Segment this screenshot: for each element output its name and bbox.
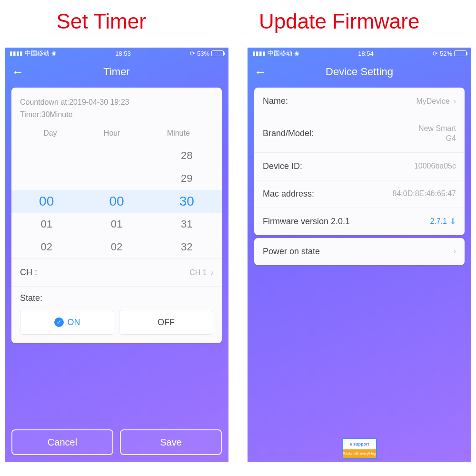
deviceid-value: 10006ba05c <box>414 162 456 170</box>
picker-col-hour[interactable]: 00 01 02 <box>81 144 151 258</box>
page-titles: Set Timer Update Firmware <box>0 0 476 48</box>
picker-header: Day Hour Minute <box>20 120 213 140</box>
wifi-icon: ◉ <box>294 50 299 57</box>
battery-pct: 53% <box>197 50 209 57</box>
brand-row: Brand/Model: New Smart G4 <box>254 115 465 152</box>
status-time: 18:54 <box>358 50 374 57</box>
picker-label-hour: Hour <box>104 129 120 138</box>
rotation-lock-icon: ⟳ <box>433 50 438 57</box>
picker-col-minute[interactable]: 28 29 30 31 32 <box>152 144 222 258</box>
battery-icon <box>454 50 466 56</box>
chevron-right-icon: › <box>454 97 456 106</box>
status-time: 18:53 <box>115 50 131 57</box>
name-row[interactable]: Name: MyDevice › <box>254 88 465 115</box>
timer-text: Timer:30Minute <box>20 109 213 121</box>
minute-selected: 30 <box>179 190 194 213</box>
deviceid-row: Device ID: 10006ba05c <box>254 152 465 180</box>
mac-label: Mac address: <box>263 189 314 199</box>
channel-label: CH : <box>20 268 37 278</box>
power-on-state-row[interactable]: Power on state › <box>254 238 465 265</box>
brand-label: Brand/Model: <box>263 129 314 139</box>
badge-top: e support <box>343 439 376 449</box>
phone-timer: ▮▮▮▮ 中国移动 ◉ 18:53 ⟳ 53% ← Timer Countdow… <box>5 48 228 462</box>
nav-bar: ← Timer <box>5 59 228 85</box>
title-right: Update Firmware <box>259 10 419 33</box>
channel-value: CH 1 <box>189 268 207 277</box>
rotation-lock-icon: ⟳ <box>190 50 195 57</box>
battery-icon <box>211 50 224 56</box>
state-label: State: <box>20 293 213 303</box>
nav-title: Device Setting <box>326 66 393 78</box>
firmware-row[interactable]: Firmware version 2.0.1 2.7.1 ⇩ <box>254 208 465 235</box>
power-label: Power on state <box>263 247 320 257</box>
wifi-icon: ◉ <box>51 50 56 57</box>
signal-icon: ▮▮▮▮ <box>252 50 266 57</box>
chevron-right-icon: › <box>211 268 213 277</box>
status-bar: ▮▮▮▮ 中国移动 ◉ 18:54 ⟳ 52% <box>248 48 471 59</box>
time-picker[interactable]: 00 01 02 00 01 02 28 29 30 31 32 <box>11 144 222 258</box>
state-on-button[interactable]: ✓ ON <box>20 310 114 335</box>
day-selected: 00 <box>39 190 54 213</box>
name-label: Name: <box>263 96 288 106</box>
back-button[interactable]: ← <box>11 65 26 79</box>
support-badge: e support Works with everything <box>342 438 377 459</box>
mac-row: Mac address: 84:0D:8E:46:65:47 <box>254 180 465 208</box>
power-card: Power on state › <box>254 238 465 265</box>
picker-label-day: Day <box>43 129 57 138</box>
save-button[interactable]: Save <box>120 429 222 455</box>
hour-selected: 00 <box>109 190 124 213</box>
carrier-text: 中国移动 <box>268 49 292 58</box>
channel-row[interactable]: CH : CH 1 › <box>11 258 222 286</box>
name-value: MyDevice <box>416 97 449 106</box>
state-off-button[interactable]: OFF <box>119 310 213 335</box>
nav-bar: ← Device Setting <box>248 59 471 85</box>
download-icon[interactable]: ⇩ <box>450 217 456 226</box>
title-left: Set Timer <box>57 10 146 33</box>
check-icon: ✓ <box>54 317 64 327</box>
picker-label-minute: Minute <box>167 129 190 138</box>
firmware-update-value: 2.7.1 <box>430 217 447 226</box>
state-section: State: ✓ ON OFF <box>11 286 222 343</box>
brand-value-line2: G4 <box>418 134 456 144</box>
device-info-card: Name: MyDevice › Brand/Model: New Smart … <box>254 88 465 235</box>
countdown-text: Countdown at:2019-04-30 19:23 <box>20 96 213 109</box>
status-bar: ▮▮▮▮ 中国移动 ◉ 18:53 ⟳ 53% <box>5 48 228 59</box>
firmware-label: Firmware version 2.0.1 <box>263 217 350 227</box>
timer-card: Countdown at:2019-04-30 19:23 Timer:30Mi… <box>11 88 222 343</box>
picker-col-day[interactable]: 00 01 02 <box>11 144 81 258</box>
back-button[interactable]: ← <box>254 65 268 79</box>
carrier-text: 中国移动 <box>25 49 50 58</box>
phone-device-setting: ▮▮▮▮ 中国移动 ◉ 18:54 ⟳ 52% ← Device Setting… <box>248 48 471 462</box>
badge-bottom: Works with everything <box>343 449 376 458</box>
cancel-button[interactable]: Cancel <box>11 429 113 455</box>
signal-icon: ▮▮▮▮ <box>10 50 23 57</box>
chevron-right-icon: › <box>454 247 456 256</box>
nav-title: Timer <box>103 66 129 78</box>
battery-pct: 52% <box>440 50 452 57</box>
deviceid-label: Device ID: <box>263 161 302 171</box>
brand-value-line1: New Smart <box>418 124 456 134</box>
mac-value: 84:0D:8E:46:65:47 <box>393 189 456 198</box>
